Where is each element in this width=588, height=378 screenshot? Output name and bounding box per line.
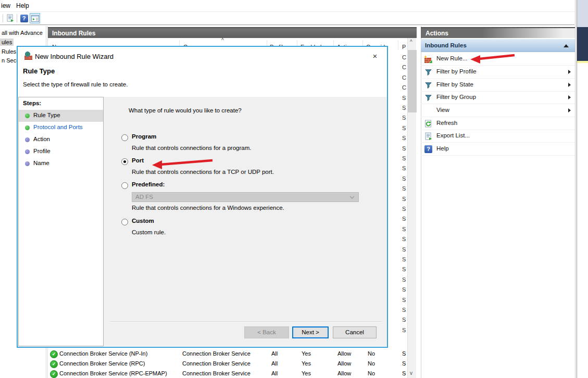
partial-program-letter: S	[402, 95, 406, 101]
rule-profile: All	[271, 350, 278, 357]
partial-program-letter: S	[402, 276, 406, 283]
column-divider	[398, 40, 398, 50]
action-label: Refresh	[436, 120, 457, 126]
column-header-program[interactable]: P	[402, 44, 406, 50]
dialog-title: New Inbound Rule Wizard	[35, 53, 114, 60]
partial-program-letter: S	[402, 297, 406, 303]
action-view[interactable]: View	[421, 104, 575, 117]
step-name[interactable]: Name	[19, 158, 103, 170]
action-label: Filter by Profile	[436, 68, 477, 74]
rule-group: Connection Broker Service	[182, 370, 251, 376]
step-profile[interactable]: Profile	[19, 146, 103, 158]
option-label-predefined[interactable]: Predefined:	[132, 181, 165, 187]
radio-port[interactable]	[121, 158, 128, 165]
option-label-port[interactable]: Port	[132, 157, 144, 163]
rule-enabled: Yes	[302, 370, 311, 376]
steps-label: Steps:	[23, 100, 41, 106]
partial-program-letter: S	[402, 145, 406, 152]
partial-program-letter: S	[402, 327, 406, 333]
action-label: Filter by State	[436, 81, 473, 87]
page-title: Rule Type	[23, 67, 55, 75]
actions-section-inbound-rules[interactable]: Inbound Rules	[421, 39, 575, 52]
rule-group: Connection Broker Service	[182, 360, 251, 367]
list-title: Inbound Rules	[52, 30, 95, 37]
export-list-icon[interactable]	[5, 13, 16, 23]
option-label-custom[interactable]: Custom	[132, 218, 154, 224]
action-label: New Rule...	[436, 55, 467, 61]
funnel-icon	[424, 93, 433, 102]
close-icon[interactable]: ×	[369, 51, 381, 61]
option-desc-port: Rule that controls connections for a TCP…	[132, 169, 274, 175]
partial-program-letter: S	[402, 175, 406, 182]
rule-enabled: Yes	[302, 360, 311, 367]
help-icon[interactable]: ?	[19, 13, 29, 23]
action-help[interactable]: ? Help	[421, 143, 575, 156]
help-glyph: ?	[424, 145, 432, 153]
action-refresh[interactable]: Refresh	[421, 117, 575, 130]
tree-item-inbound-rules[interactable]: ules	[0, 39, 14, 46]
list-title-bar: Inbound Rules	[48, 27, 417, 38]
steps-panel: Steps: Rule Type Protocol and Ports Acti…	[18, 97, 104, 346]
radio-predefined[interactable]	[121, 182, 128, 189]
action-new-rule[interactable]: New Rule...	[421, 53, 575, 66]
partial-program-letter: C	[402, 54, 406, 60]
partial-program-letter: S	[402, 226, 406, 232]
rule-action: Allow	[337, 350, 351, 357]
enabled-check-icon: ✓	[50, 350, 58, 358]
list-scrollbar[interactable]: ^ v	[407, 38, 416, 378]
step-label: Protocol and Ports	[33, 124, 83, 130]
window-border	[575, 0, 576, 378]
show-action-pane-icon[interactable]	[30, 13, 40, 23]
rule-name: Connection Broker Service (RPC-EPMAP)	[59, 370, 167, 376]
chevron-down-icon	[349, 196, 355, 199]
action-filter-by-state[interactable]: Filter by State	[421, 79, 575, 92]
action-label: Export List...	[436, 132, 470, 138]
background-window-sliver	[577, 0, 588, 27]
partial-program-letter: S	[402, 317, 406, 323]
step-protocol-and-ports[interactable]: Protocol and Ports	[19, 122, 103, 134]
action-filter-by-group[interactable]: Filter by Group	[421, 91, 575, 104]
option-label-program[interactable]: Program	[132, 133, 156, 140]
step-rule-type[interactable]: Rule Type	[19, 110, 103, 122]
new-inbound-rule-wizard-dialog: New Inbound Rule Wizard × Rule Type Sele…	[17, 46, 388, 348]
action-export-list[interactable]: Export List...	[421, 130, 575, 143]
rule-program-partial: S	[402, 360, 406, 367]
cancel-button[interactable]: Cancel	[333, 326, 377, 338]
tree-item-firewall-root[interactable]: all with Advance	[0, 29, 44, 36]
menu-view[interactable]: iew	[1, 2, 10, 9]
rule-profile: All	[271, 360, 278, 367]
new-rule-icon	[424, 55, 433, 64]
step-label: Action	[33, 136, 50, 142]
partial-program-letter: S	[402, 196, 406, 202]
menu-help[interactable]: Help	[16, 2, 29, 9]
collapse-icon[interactable]	[564, 44, 569, 47]
rule-action: Allow	[337, 360, 351, 367]
partial-program-letter: S	[402, 125, 406, 131]
radio-custom[interactable]	[121, 219, 128, 225]
enabled-check-icon: ✓	[50, 370, 58, 378]
actions-section-label: Inbound Rules	[425, 42, 467, 48]
rule-name: Connection Broker Service (NP-In)	[59, 350, 147, 357]
scrollbar-thumb[interactable]	[408, 50, 417, 112]
scroll-down-icon[interactable]: v	[410, 370, 412, 376]
partial-program-letter: S	[402, 155, 406, 161]
rule-name: Connection Broker Service (RPC)	[59, 360, 145, 367]
next-button[interactable]: Next >	[292, 326, 329, 338]
action-filter-by-profile[interactable]: Filter by Profile	[421, 66, 575, 79]
action-label: Help	[436, 145, 449, 152]
submenu-arrow-icon	[568, 108, 571, 112]
scroll-up-icon[interactable]: ^	[410, 39, 412, 45]
rule-override: No	[368, 370, 375, 376]
back-button: < Back	[244, 326, 289, 338]
step-label: Rule Type	[33, 112, 60, 118]
step-action[interactable]: Action	[19, 134, 103, 146]
tree-item-outbound-rules[interactable]: Rules	[0, 48, 18, 55]
radio-program[interactable]	[121, 134, 128, 141]
predefined-select: AD FS	[132, 192, 359, 202]
funnel-icon	[424, 68, 433, 77]
submenu-arrow-icon	[568, 70, 571, 74]
partial-program-letter: S	[402, 185, 406, 192]
partial-program-letter: S	[402, 236, 406, 242]
wizard-question: What type of rule would you like to crea…	[129, 107, 242, 114]
submenu-arrow-icon	[568, 95, 571, 99]
